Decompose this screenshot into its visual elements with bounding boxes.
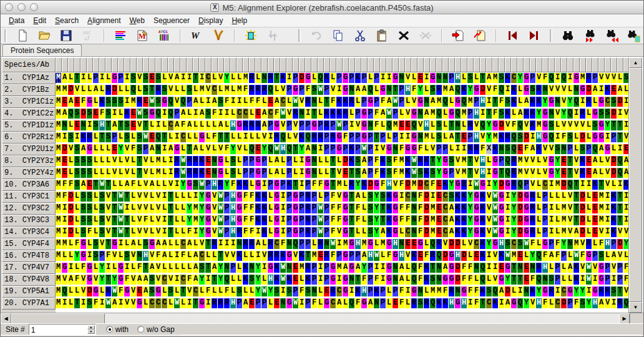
- residue-cell[interactable]: S: [105, 108, 112, 120]
- column-header-cell[interactable]: [598, 57, 605, 72]
- residue-cell[interactable]: Q: [268, 144, 274, 155]
- residue-cell[interactable]: L: [180, 227, 187, 238]
- residue-cell[interactable]: N: [436, 274, 442, 286]
- residue-cell[interactable]: G: [411, 144, 417, 155]
- residue-cell[interactable]: C: [180, 132, 187, 144]
- residue-cell[interactable]: H: [474, 132, 480, 144]
- residue-cell[interactable]: K: [499, 132, 505, 144]
- residue-cell[interactable]: L: [149, 167, 155, 179]
- residue-cell[interactable]: H: [386, 179, 393, 191]
- residue-cell[interactable]: M: [56, 108, 62, 120]
- residue-cell[interactable]: L: [555, 203, 561, 215]
- residue-cell[interactable]: F: [542, 250, 549, 262]
- residue-cell[interactable]: I: [162, 191, 168, 203]
- residue-cell[interactable]: L: [180, 215, 187, 227]
- residue-cell[interactable]: P: [286, 155, 293, 167]
- residue-cell[interactable]: Y: [555, 167, 561, 179]
- residue-cell[interactable]: W: [411, 167, 417, 179]
- residue-cell[interactable]: A: [193, 96, 199, 108]
- residue-cell[interactable]: R: [305, 215, 311, 227]
- residue-cell[interactable]: L: [293, 155, 299, 167]
- residue-cell[interactable]: H: [99, 120, 105, 132]
- residue-cell[interactable]: Y: [187, 203, 193, 215]
- residue-cell[interactable]: C: [424, 179, 430, 191]
- residue-cell[interactable]: N: [411, 215, 417, 227]
- residue-cell[interactable]: G: [499, 203, 505, 215]
- residue-cell[interactable]: I: [611, 298, 617, 310]
- residue-cell[interactable]: A: [449, 84, 455, 96]
- residue-cell[interactable]: Y: [449, 179, 455, 191]
- residue-cell[interactable]: T: [330, 167, 336, 179]
- residue-cell[interactable]: A: [112, 120, 118, 132]
- residue-cell[interactable]: D: [517, 203, 524, 215]
- menu-display[interactable]: Display: [194, 15, 227, 26]
- residue-cell[interactable]: F: [249, 227, 255, 238]
- sequence-name[interactable]: 19. CYP5A1: [2, 286, 56, 298]
- column-header-cell[interactable]: [193, 57, 199, 72]
- residue-cell[interactable]: T: [112, 203, 118, 215]
- residue-cell[interactable]: C: [243, 108, 249, 120]
- residue-cell[interactable]: T: [330, 179, 336, 191]
- residue-cell[interactable]: A: [143, 286, 149, 298]
- residue-cell[interactable]: Q: [68, 108, 74, 120]
- residue-cell[interactable]: A: [93, 84, 99, 96]
- residue-cell[interactable]: W: [474, 179, 480, 191]
- residue-cell[interactable]: K: [80, 132, 87, 144]
- residue-cell[interactable]: G: [598, 120, 605, 132]
- residue-cell[interactable]: W: [218, 227, 224, 238]
- residue-cell[interactable]: T: [112, 215, 118, 227]
- residue-cell[interactable]: L: [168, 298, 174, 310]
- residue-cell[interactable]: R: [249, 84, 255, 96]
- residue-cell[interactable]: I: [480, 108, 486, 120]
- residue-cell[interactable]: W: [492, 191, 499, 203]
- residue-cell[interactable]: L: [174, 215, 180, 227]
- residue-cell[interactable]: R: [318, 132, 324, 144]
- residue-cell[interactable]: K: [461, 203, 467, 215]
- residue-cell[interactable]: Y: [99, 262, 105, 274]
- mark-site-icon[interactable]: [243, 29, 258, 42]
- residue-cell[interactable]: I: [605, 215, 611, 227]
- residue-cell[interactable]: F: [393, 155, 399, 167]
- residue-cell[interactable]: G: [361, 108, 368, 120]
- residue-cell[interactable]: A: [368, 298, 374, 310]
- residue-cell[interactable]: P: [243, 155, 249, 167]
- residue-cell[interactable]: S: [305, 286, 311, 298]
- residue-cell[interactable]: L: [549, 262, 555, 274]
- residue-cell[interactable]: R: [218, 179, 224, 191]
- residue-cell[interactable]: F: [474, 298, 480, 310]
- residue-cell[interactable]: R: [311, 132, 318, 144]
- residue-cell[interactable]: L: [62, 250, 68, 262]
- residue-cell[interactable]: K: [505, 108, 511, 120]
- residue-cell[interactable]: Y: [218, 274, 224, 286]
- residue-cell[interactable]: C: [330, 298, 336, 310]
- residue-cell[interactable]: K: [261, 191, 268, 203]
- residue-cell[interactable]: P: [368, 274, 374, 286]
- residue-cell[interactable]: A: [355, 191, 361, 203]
- residue-cell[interactable]: F: [212, 132, 218, 144]
- residue-cell[interactable]: S: [87, 167, 93, 179]
- residue-cell[interactable]: G: [386, 238, 393, 250]
- residue-cell[interactable]: W: [149, 96, 155, 108]
- residue-cell[interactable]: V: [218, 72, 224, 84]
- residue-cell[interactable]: G: [380, 84, 386, 96]
- residue-cell[interactable]: I: [549, 227, 555, 238]
- residue-cell[interactable]: W: [492, 203, 499, 215]
- residue-cell[interactable]: M: [399, 155, 405, 167]
- residue-cell[interactable]: S: [105, 132, 112, 144]
- residue-cell[interactable]: F: [330, 96, 336, 108]
- residue-cell[interactable]: F: [623, 274, 628, 286]
- residue-cell[interactable]: L: [293, 167, 299, 179]
- residue-cell[interactable]: G: [174, 144, 180, 155]
- residue-cell[interactable]: Y: [623, 238, 628, 250]
- residue-cell[interactable]: L: [561, 262, 567, 274]
- residue-cell[interactable]: F: [243, 203, 249, 215]
- residue-cell[interactable]: L: [162, 203, 168, 215]
- column-header-cell[interactable]: [87, 57, 93, 72]
- residue-cell[interactable]: P: [605, 274, 611, 286]
- residue-cell[interactable]: M: [56, 215, 62, 227]
- residue-cell[interactable]: P: [368, 155, 374, 167]
- residue-cell[interactable]: L: [230, 72, 237, 84]
- residue-cell[interactable]: A: [261, 108, 268, 120]
- residue-cell[interactable]: S: [549, 120, 555, 132]
- residue-cell[interactable]: T: [168, 215, 174, 227]
